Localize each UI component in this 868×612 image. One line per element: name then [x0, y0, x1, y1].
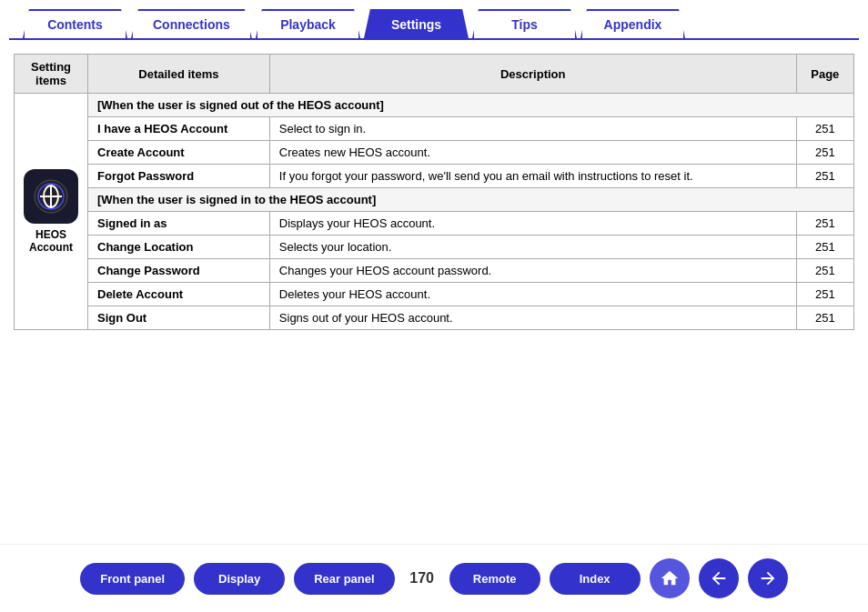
bottom-navigation: Front panel Display Rear panel 170 Remot… — [0, 544, 868, 612]
item-desc: Selects your location. — [269, 236, 796, 259]
item-page: 251 — [796, 117, 853, 141]
item-page: 251 — [796, 236, 853, 259]
col-header-setting: Setting items — [15, 55, 88, 94]
item-desc: Select to sign in. — [269, 117, 796, 141]
home-button[interactable] — [650, 558, 690, 598]
item-name: Change Password — [88, 259, 270, 283]
item-name: Forgot Password — [88, 165, 270, 188]
item-name: Delete Account — [88, 283, 270, 306]
item-desc: If you forgot your password, we'll send … — [269, 165, 796, 188]
forward-button[interactable] — [748, 558, 788, 598]
index-button[interactable]: Index — [550, 563, 641, 595]
table-row: Change Password Changes your HEOS accoun… — [15, 259, 854, 283]
col-header-detailed: Detailed items — [88, 55, 270, 94]
table-row: Forgot Password If you forgot your passw… — [15, 165, 854, 188]
item-name: I have a HEOS Account — [88, 117, 270, 141]
item-name: Create Account — [88, 141, 270, 165]
table-row: Signed in as Displays your HEOS account.… — [15, 212, 854, 236]
heos-icon — [24, 169, 78, 224]
item-page: 251 — [796, 283, 853, 306]
table-row: Delete Account Deletes your HEOS account… — [15, 283, 854, 306]
tab-tips[interactable]: Tips — [472, 9, 577, 38]
col-header-description: Description — [269, 55, 796, 94]
display-button[interactable]: Display — [194, 563, 285, 595]
item-desc: Changes your HEOS account password. — [269, 259, 796, 283]
item-page: 251 — [796, 212, 853, 236]
remote-button[interactable]: Remote — [449, 563, 540, 595]
table-row: I have a HEOS Account Select to sign in.… — [15, 117, 854, 141]
heos-account-label: HEOS Account — [24, 228, 78, 254]
item-name: Change Location — [88, 236, 270, 259]
item-page: 251 — [796, 306, 853, 330]
table-row: Sign Out Signs out of your HEOS account.… — [15, 306, 854, 330]
tab-playback[interactable]: Playback — [256, 9, 360, 38]
item-desc: Signs out of your HEOS account. — [269, 306, 796, 330]
tab-appendix[interactable]: Appendix — [580, 9, 685, 38]
item-page: 251 — [796, 141, 853, 165]
table-row: Create Account Creates new HEOS account.… — [15, 141, 854, 165]
item-desc: Deletes your HEOS account. — [269, 283, 796, 306]
main-content: Setting items Detailed items Description… — [0, 40, 868, 339]
rear-panel-button[interactable]: Rear panel — [294, 563, 394, 595]
page-number: 170 — [404, 570, 440, 587]
item-name: Sign Out — [88, 306, 270, 330]
section1-header: [When the user is signed out of the HEOS… — [88, 94, 854, 117]
tab-contents[interactable]: Contents — [23, 9, 127, 38]
back-button[interactable] — [699, 558, 739, 598]
front-panel-button[interactable]: Front panel — [80, 563, 185, 595]
icon-cell: HEOS Account — [15, 94, 88, 330]
item-desc: Displays your HEOS account. — [269, 212, 796, 236]
item-name: Signed in as — [88, 212, 270, 236]
item-page: 251 — [796, 165, 853, 188]
col-header-page: Page — [796, 55, 853, 94]
item-desc: Creates new HEOS account. — [269, 141, 796, 165]
item-page: 251 — [796, 259, 853, 283]
nav-tabs: Contents Connections Playback Settings T… — [9, 0, 859, 40]
tab-connections[interactable]: Connections — [131, 9, 252, 38]
settings-table: Setting items Detailed items Description… — [14, 54, 854, 330]
tab-settings[interactable]: Settings — [364, 9, 469, 38]
section2-header: [When the user is signed in to the HEOS … — [88, 188, 854, 212]
table-row: Change Location Selects your location. 2… — [15, 236, 854, 259]
